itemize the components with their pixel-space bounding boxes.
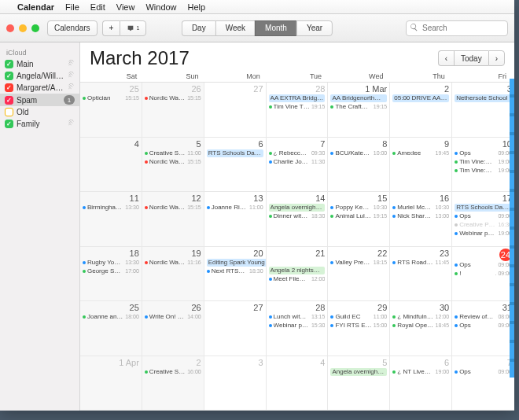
event[interactable]: ¿ NT Live…19:00 [392,368,449,376]
event[interactable]: Creative S…16:00 [145,368,201,376]
day-cell[interactable]: 9Amedee19:45 [390,138,452,193]
sidebar-item[interactable]: ✓Main [0,58,79,70]
event[interactable]: Webinar p…19:00 [455,230,512,238]
sidebar-item[interactable]: ✓Angela/Willi… [0,70,79,82]
event[interactable]: Nick Shar…13:00 [392,212,449,220]
share-button[interactable]: 1 [120,20,146,36]
event[interactable]: Valley Pre…18:15 [330,259,387,267]
sidebar-item[interactable]: ✓Spam1 [0,94,79,106]
close-icon[interactable] [6,24,14,32]
day-cell[interactable]: 24Ops09:00!. 09:00 [452,247,514,302]
event[interactable]: Guild EC11:00 [330,313,387,321]
event[interactable]: Nordic Wa…15:15 [145,94,201,102]
day-cell[interactable]: 6¿ NT Live…19:00 [390,356,452,411]
day-cell[interactable]: 21Angela 2 nights…Meet File…12:00 [267,247,329,302]
day-cell[interactable]: 25Joanne an…18:00 [80,301,142,356]
sidebar-item[interactable]: Old [0,106,79,118]
minimize-icon[interactable] [19,24,27,32]
event[interactable]: Poppy Kee…10:30 [330,204,387,212]
day-cell[interactable]: 27 [204,83,267,138]
event[interactable]: George Sa…17:00 [83,267,139,275]
event[interactable]: Tim Vine:…19:00 [455,158,512,166]
calendar-checkbox[interactable]: ✓ [5,120,13,128]
day-cell[interactable]: 22Valley Pre…18:15 [328,247,390,302]
day-cell[interactable]: 1 MarAA Bridgenorth…The Craft…19:15 [328,83,390,138]
prev-button[interactable]: ‹ [438,50,454,66]
search-input[interactable] [406,20,508,36]
day-cell[interactable]: 7Ops09:00 [452,356,514,411]
menu-help[interactable]: Help [188,2,206,12]
day-cell[interactable]: 7¿ Rebecca…09:30Charlie Jor…11:30 [267,138,329,193]
menu-file[interactable]: File [65,2,79,12]
day-cell[interactable]: 15Poppy Kee…10:30Animal Lul…19:15 [328,192,390,247]
event[interactable]: RTS Road…11:45 [392,259,449,267]
event[interactable]: Ops09:00 [455,149,512,157]
view-year[interactable]: Year [296,20,333,36]
day-cell[interactable]: 4 [80,138,142,193]
event[interactable]: Rugby You…13:30 [83,259,139,267]
event[interactable]: Joanne an…18:00 [83,313,139,321]
event[interactable]: ¿ Rebecca…09:30 [269,149,326,157]
day-cell[interactable]: 2Creative S…16:00 [142,356,204,411]
day-cell[interactable]: 1 Apr [80,356,142,411]
calendars-button[interactable]: Calendars [47,20,98,36]
event[interactable]: Nordic Wa…15:15 [145,158,201,166]
event[interactable]: Angela overnigh… [269,204,326,212]
event[interactable]: Tim Vine T…19:15 [269,103,326,111]
event[interactable]: Webinar p…15:30 [269,322,326,330]
event[interactable]: Ops09:00 [455,322,512,330]
day-cell[interactable]: 30¿ Mindfuln…12:00Royal Ope…18:45 [390,301,452,356]
event[interactable]: Editing Spark Young Writers magazine [207,259,267,267]
menu-window[interactable]: Window [145,2,176,12]
day-cell[interactable]: 31Review of…08:00Ops09:00 [452,301,514,356]
calendar-checkbox[interactable] [5,108,13,116]
event[interactable]: Charlie Jor…11:30 [269,158,326,166]
event[interactable]: Nordic Wa…15:15 [145,204,201,212]
day-cell[interactable]: 12Nordic Wa…15:15 [142,192,204,247]
day-cell[interactable]: 28AA EXTRA Bridg…Tim Vine T…19:15 [267,83,329,138]
day-cell[interactable]: 17RTS Schools Da…Ops09:00Creative P…16:3… [452,192,514,247]
day-cell[interactable]: 3 [204,356,267,411]
event[interactable]: RTS Schools Da… [455,204,512,212]
event[interactable]: Animal Lul…19:15 [330,212,387,220]
calendar-checkbox[interactable]: ✓ [5,83,13,92]
event[interactable]: Lunch wit…13:15 [269,313,326,321]
event[interactable]: Ops09:00 [455,261,512,269]
event[interactable]: Nethersole School [455,94,512,102]
day-cell[interactable]: 19Nordic Wa…11:16 [142,247,204,302]
day-cell[interactable]: 29Guild EC11:00FYI RTS Es…15:00 [328,301,390,356]
event[interactable]: Joanne Ri…11:00 [207,204,263,212]
event[interactable]: Tim Vine:…19:00 [455,167,512,175]
calendar-checkbox[interactable]: ✓ [5,60,13,68]
event[interactable]: Ops09:00 [455,212,512,220]
event[interactable]: Meet File…12:00 [269,275,326,283]
day-cell[interactable]: 26Nordic Wa…15:15 [142,83,204,138]
day-cell[interactable]: 16Muriel Mc…10:30Nick Shar…13:00 [390,192,452,247]
day-cell[interactable]: 3Nethersole School [452,83,514,138]
day-cell[interactable]: 5Creative S…11:00Nordic Wa…15:15 [142,138,204,193]
event[interactable]: Optician15:15 [83,94,139,102]
day-cell[interactable]: 20Editing Spark Young Writers magazineNe… [204,247,267,302]
day-cell[interactable]: 205:00 DRIVE AA… [390,83,452,138]
day-cell[interactable]: 28Lunch wit…13:15Webinar p…15:30 [267,301,329,356]
event[interactable]: Angela overnigh… [330,368,387,376]
event[interactable]: Next RTS…18:30 [207,267,263,275]
event[interactable]: 05:00 DRIVE AA… [392,94,449,102]
menu-view[interactable]: View [116,2,135,12]
zoom-icon[interactable] [31,24,39,32]
event[interactable]: AA Bridgenorth… [330,94,387,102]
day-cell[interactable]: 4 [267,356,329,411]
event[interactable]: Royal Ope…18:45 [392,322,449,330]
menu-calendar[interactable]: Calendar [17,2,54,12]
event[interactable]: Muriel Mc…10:30 [392,204,449,212]
event[interactable]: Amedee19:45 [392,149,449,157]
view-week[interactable]: Week [215,20,255,36]
add-button[interactable]: + [102,20,120,36]
event[interactable]: BCU/Kate…10:00 [330,149,387,157]
event[interactable]: Birmingha…13:30 [83,204,139,212]
event[interactable]: Creative P…16:30 [455,221,512,229]
event[interactable]: Ops09:00 [455,368,512,376]
day-cell[interactable]: 13Joanne Ri…11:00 [204,192,267,247]
day-cell[interactable]: 11Birmingha…13:30 [80,192,142,247]
today-button[interactable]: Today [454,50,488,66]
